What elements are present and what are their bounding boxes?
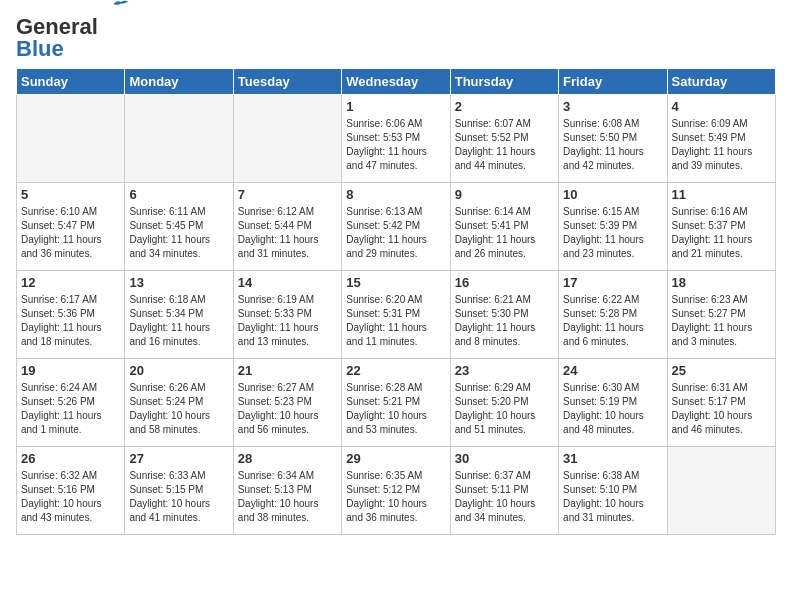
day-info: Sunrise: 6:35 AM Sunset: 5:12 PM Dayligh…: [346, 469, 445, 525]
calendar-cell: 3Sunrise: 6:08 AM Sunset: 5:50 PM Daylig…: [559, 95, 667, 183]
day-number: 5: [21, 187, 120, 202]
day-info: Sunrise: 6:32 AM Sunset: 5:16 PM Dayligh…: [21, 469, 120, 525]
calendar-cell: 20Sunrise: 6:26 AM Sunset: 5:24 PM Dayli…: [125, 359, 233, 447]
day-number: 8: [346, 187, 445, 202]
day-number: 25: [672, 363, 771, 378]
calendar-cell: 19Sunrise: 6:24 AM Sunset: 5:26 PM Dayli…: [17, 359, 125, 447]
day-number: 13: [129, 275, 228, 290]
day-info: Sunrise: 6:33 AM Sunset: 5:15 PM Dayligh…: [129, 469, 228, 525]
calendar-cell: 15Sunrise: 6:20 AM Sunset: 5:31 PM Dayli…: [342, 271, 450, 359]
day-info: Sunrise: 6:12 AM Sunset: 5:44 PM Dayligh…: [238, 205, 337, 261]
weekday-thursday: Thursday: [450, 69, 558, 95]
day-number: 1: [346, 99, 445, 114]
day-number: 19: [21, 363, 120, 378]
day-info: Sunrise: 6:27 AM Sunset: 5:23 PM Dayligh…: [238, 381, 337, 437]
day-info: Sunrise: 6:15 AM Sunset: 5:39 PM Dayligh…: [563, 205, 662, 261]
day-info: Sunrise: 6:18 AM Sunset: 5:34 PM Dayligh…: [129, 293, 228, 349]
calendar-cell: 9Sunrise: 6:14 AM Sunset: 5:41 PM Daylig…: [450, 183, 558, 271]
weekday-header-row: SundayMondayTuesdayWednesdayThursdayFrid…: [17, 69, 776, 95]
week-row-2: 5Sunrise: 6:10 AM Sunset: 5:47 PM Daylig…: [17, 183, 776, 271]
day-number: 9: [455, 187, 554, 202]
day-number: 15: [346, 275, 445, 290]
day-info: Sunrise: 6:37 AM Sunset: 5:11 PM Dayligh…: [455, 469, 554, 525]
day-info: Sunrise: 6:29 AM Sunset: 5:20 PM Dayligh…: [455, 381, 554, 437]
day-info: Sunrise: 6:07 AM Sunset: 5:52 PM Dayligh…: [455, 117, 554, 173]
calendar-cell: [17, 95, 125, 183]
calendar-cell: 17Sunrise: 6:22 AM Sunset: 5:28 PM Dayli…: [559, 271, 667, 359]
calendar-cell: 18Sunrise: 6:23 AM Sunset: 5:27 PM Dayli…: [667, 271, 775, 359]
day-number: 18: [672, 275, 771, 290]
day-number: 24: [563, 363, 662, 378]
weekday-monday: Monday: [125, 69, 233, 95]
calendar-cell: [125, 95, 233, 183]
logo-bird-icon: [112, 0, 130, 12]
day-number: 17: [563, 275, 662, 290]
day-info: Sunrise: 6:22 AM Sunset: 5:28 PM Dayligh…: [563, 293, 662, 349]
day-number: 7: [238, 187, 337, 202]
day-info: Sunrise: 6:21 AM Sunset: 5:30 PM Dayligh…: [455, 293, 554, 349]
calendar-cell: [233, 95, 341, 183]
calendar-cell: 6Sunrise: 6:11 AM Sunset: 5:45 PM Daylig…: [125, 183, 233, 271]
day-number: 2: [455, 99, 554, 114]
calendar-cell: 30Sunrise: 6:37 AM Sunset: 5:11 PM Dayli…: [450, 447, 558, 535]
calendar-cell: [667, 447, 775, 535]
day-info: Sunrise: 6:06 AM Sunset: 5:53 PM Dayligh…: [346, 117, 445, 173]
day-number: 4: [672, 99, 771, 114]
calendar-cell: 24Sunrise: 6:30 AM Sunset: 5:19 PM Dayli…: [559, 359, 667, 447]
day-number: 29: [346, 451, 445, 466]
week-row-5: 26Sunrise: 6:32 AM Sunset: 5:16 PM Dayli…: [17, 447, 776, 535]
calendar-cell: 25Sunrise: 6:31 AM Sunset: 5:17 PM Dayli…: [667, 359, 775, 447]
weekday-saturday: Saturday: [667, 69, 775, 95]
calendar-cell: 28Sunrise: 6:34 AM Sunset: 5:13 PM Dayli…: [233, 447, 341, 535]
day-number: 23: [455, 363, 554, 378]
weekday-friday: Friday: [559, 69, 667, 95]
day-number: 27: [129, 451, 228, 466]
day-number: 6: [129, 187, 228, 202]
logo-text: GeneralBlue: [16, 16, 98, 60]
calendar-cell: 21Sunrise: 6:27 AM Sunset: 5:23 PM Dayli…: [233, 359, 341, 447]
calendar-cell: 22Sunrise: 6:28 AM Sunset: 5:21 PM Dayli…: [342, 359, 450, 447]
day-number: 26: [21, 451, 120, 466]
calendar-body: 1Sunrise: 6:06 AM Sunset: 5:53 PM Daylig…: [17, 95, 776, 535]
calendar-cell: 12Sunrise: 6:17 AM Sunset: 5:36 PM Dayli…: [17, 271, 125, 359]
day-info: Sunrise: 6:10 AM Sunset: 5:47 PM Dayligh…: [21, 205, 120, 261]
calendar-cell: 27Sunrise: 6:33 AM Sunset: 5:15 PM Dayli…: [125, 447, 233, 535]
calendar-cell: 29Sunrise: 6:35 AM Sunset: 5:12 PM Dayli…: [342, 447, 450, 535]
calendar-cell: 13Sunrise: 6:18 AM Sunset: 5:34 PM Dayli…: [125, 271, 233, 359]
calendar-cell: 10Sunrise: 6:15 AM Sunset: 5:39 PM Dayli…: [559, 183, 667, 271]
day-info: Sunrise: 6:16 AM Sunset: 5:37 PM Dayligh…: [672, 205, 771, 261]
day-info: Sunrise: 6:14 AM Sunset: 5:41 PM Dayligh…: [455, 205, 554, 261]
day-number: 30: [455, 451, 554, 466]
day-info: Sunrise: 6:34 AM Sunset: 5:13 PM Dayligh…: [238, 469, 337, 525]
day-info: Sunrise: 6:17 AM Sunset: 5:36 PM Dayligh…: [21, 293, 120, 349]
calendar-cell: 11Sunrise: 6:16 AM Sunset: 5:37 PM Dayli…: [667, 183, 775, 271]
calendar-cell: 1Sunrise: 6:06 AM Sunset: 5:53 PM Daylig…: [342, 95, 450, 183]
weekday-wednesday: Wednesday: [342, 69, 450, 95]
calendar-cell: 31Sunrise: 6:38 AM Sunset: 5:10 PM Dayli…: [559, 447, 667, 535]
calendar-cell: 4Sunrise: 6:09 AM Sunset: 5:49 PM Daylig…: [667, 95, 775, 183]
calendar-table: SundayMondayTuesdayWednesdayThursdayFrid…: [16, 68, 776, 535]
day-number: 22: [346, 363, 445, 378]
day-info: Sunrise: 6:23 AM Sunset: 5:27 PM Dayligh…: [672, 293, 771, 349]
week-row-1: 1Sunrise: 6:06 AM Sunset: 5:53 PM Daylig…: [17, 95, 776, 183]
day-number: 21: [238, 363, 337, 378]
day-number: 11: [672, 187, 771, 202]
day-number: 31: [563, 451, 662, 466]
day-info: Sunrise: 6:38 AM Sunset: 5:10 PM Dayligh…: [563, 469, 662, 525]
calendar-cell: 16Sunrise: 6:21 AM Sunset: 5:30 PM Dayli…: [450, 271, 558, 359]
day-number: 28: [238, 451, 337, 466]
day-info: Sunrise: 6:30 AM Sunset: 5:19 PM Dayligh…: [563, 381, 662, 437]
calendar-cell: 8Sunrise: 6:13 AM Sunset: 5:42 PM Daylig…: [342, 183, 450, 271]
day-info: Sunrise: 6:13 AM Sunset: 5:42 PM Dayligh…: [346, 205, 445, 261]
day-info: Sunrise: 6:08 AM Sunset: 5:50 PM Dayligh…: [563, 117, 662, 173]
weekday-tuesday: Tuesday: [233, 69, 341, 95]
day-info: Sunrise: 6:28 AM Sunset: 5:21 PM Dayligh…: [346, 381, 445, 437]
day-info: Sunrise: 6:24 AM Sunset: 5:26 PM Dayligh…: [21, 381, 120, 437]
day-number: 20: [129, 363, 228, 378]
day-info: Sunrise: 6:19 AM Sunset: 5:33 PM Dayligh…: [238, 293, 337, 349]
day-info: Sunrise: 6:09 AM Sunset: 5:49 PM Dayligh…: [672, 117, 771, 173]
calendar-cell: 7Sunrise: 6:12 AM Sunset: 5:44 PM Daylig…: [233, 183, 341, 271]
day-info: Sunrise: 6:26 AM Sunset: 5:24 PM Dayligh…: [129, 381, 228, 437]
page-header: GeneralBlue: [16, 16, 776, 60]
calendar-cell: 14Sunrise: 6:19 AM Sunset: 5:33 PM Dayli…: [233, 271, 341, 359]
